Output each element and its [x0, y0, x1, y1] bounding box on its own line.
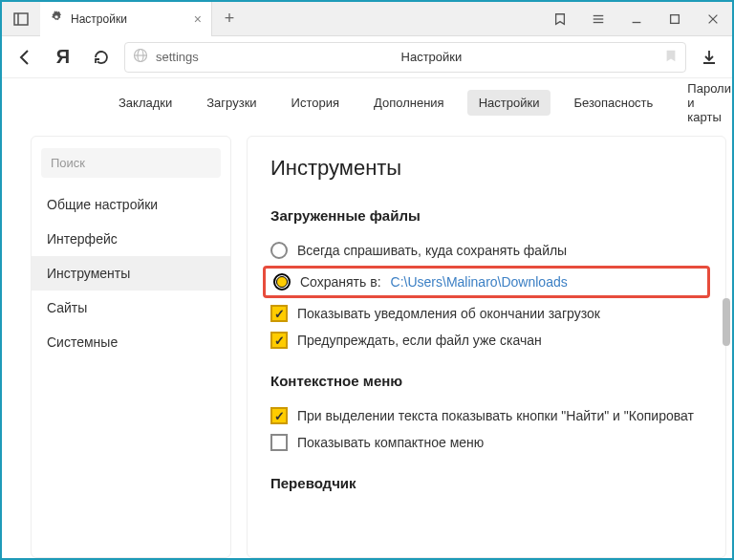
checkbox-icon[interactable] [270, 407, 288, 424]
nav-tab-0[interactable]: Закладки [107, 90, 184, 116]
scrollbar-thumb[interactable] [723, 298, 730, 346]
svg-rect-6 [671, 14, 680, 23]
menu-icon[interactable] [579, 2, 617, 36]
minimize-button[interactable] [617, 2, 656, 36]
downloads-button[interactable] [694, 42, 724, 73]
checkbox-icon[interactable] [270, 332, 288, 349]
option-show-notifications[interactable]: Показывать уведомления об окончании загр… [270, 300, 702, 327]
download-path-link[interactable]: C:\Users\Malinaro\Downloads [391, 274, 568, 290]
checkbox-icon[interactable] [270, 305, 288, 322]
sidebar-item-4[interactable]: Системные [32, 325, 230, 359]
option-compact-menu[interactable]: Показывать компактное меню [270, 429, 702, 456]
nav-tab-5[interactable]: Безопасность [562, 90, 664, 116]
option-label: Предупреждать, если файл уже скачан [297, 333, 542, 348]
svg-rect-0 [14, 13, 28, 25]
option-label: Всегда спрашивать, куда сохранять файлы [297, 243, 567, 258]
sidebar-item-2[interactable]: Инструменты [32, 256, 230, 291]
radio-icon[interactable] [273, 273, 291, 291]
globe-icon [133, 48, 148, 67]
tab-title: Настройки [71, 12, 186, 26]
option-label: Показывать компактное меню [297, 435, 484, 450]
gear-icon [50, 11, 63, 28]
tab-close-icon[interactable]: × [194, 11, 202, 27]
radio-icon[interactable] [270, 242, 288, 259]
settings-sidebar: Поиск Общие настройкиИнтерфейсИнструмент… [31, 136, 231, 558]
section-downloads-title: Загруженные файлы [270, 207, 702, 224]
new-tab-button[interactable]: + [212, 9, 247, 29]
option-label: Показывать уведомления об окончании загр… [297, 306, 600, 321]
settings-main-panel: Инструменты Загруженные файлы Всегда спр… [247, 136, 726, 558]
nav-tab-6[interactable]: Пароли и карты [676, 75, 734, 130]
reader-mode-icon[interactable] [541, 2, 579, 36]
sidebar-panel-icon[interactable] [2, 11, 40, 27]
nav-tab-3[interactable]: Дополнения [362, 90, 456, 116]
address-bar[interactable]: settings Настройки [124, 42, 686, 73]
yandex-logo[interactable]: Я [48, 46, 78, 68]
nav-tab-1[interactable]: Загрузки [195, 90, 268, 116]
nav-tab-2[interactable]: История [280, 90, 351, 116]
checkbox-icon[interactable] [270, 434, 288, 451]
option-always-ask[interactable]: Всегда спрашивать, куда сохранять файлы [270, 237, 702, 264]
option-save-to[interactable]: Сохранять в: C:\Users\Malinaro\Downloads [263, 266, 710, 298]
settings-nav-tabs: ЗакладкиЗагрузкиИсторияДополненияНастрой… [2, 78, 732, 126]
page-heading: Инструменты [270, 156, 702, 181]
sidebar-item-3[interactable]: Сайты [32, 291, 230, 325]
option-show-buttons[interactable]: При выделении текста показывать кнопки "… [270, 402, 702, 429]
nav-tab-4[interactable]: Настройки [467, 90, 551, 116]
section-context-title: Контекстное меню [270, 373, 702, 389]
section-translator-title: Переводчик [270, 475, 702, 491]
close-button[interactable] [694, 2, 732, 36]
maximize-button[interactable] [656, 2, 694, 36]
option-label: Сохранять в: [300, 274, 381, 290]
option-label: При выделении текста показывать кнопки "… [297, 408, 694, 423]
sidebar-item-1[interactable]: Интерфейс [32, 222, 230, 256]
reload-button[interactable] [86, 42, 117, 73]
browser-tab[interactable]: Настройки × [40, 2, 212, 36]
sidebar-item-0[interactable]: Общие настройки [32, 187, 230, 222]
address-page-title: Настройки [206, 50, 657, 64]
sidebar-search-input[interactable]: Поиск [41, 148, 221, 178]
back-button[interactable] [10, 42, 40, 73]
option-warn-duplicate[interactable]: Предупреждать, если файл уже скачан [270, 327, 702, 354]
bookmark-icon[interactable] [664, 49, 678, 66]
address-text: settings [156, 50, 199, 64]
